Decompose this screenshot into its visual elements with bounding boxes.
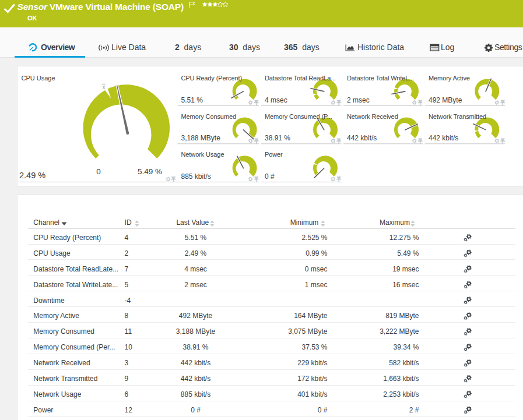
svg-text:x: x [103,84,106,90]
